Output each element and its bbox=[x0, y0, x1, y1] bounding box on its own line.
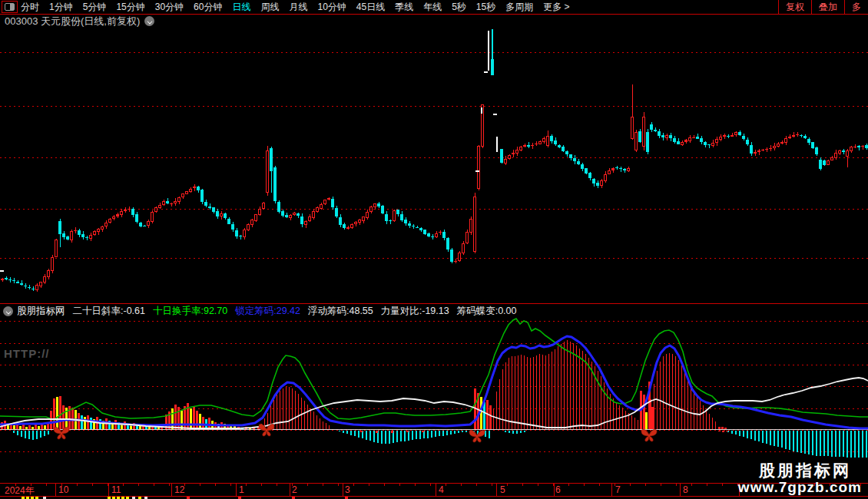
app-window: 分时1分钟5分钟15分钟30分钟60分钟日线周线月线10分钟45日线季线年线5秒… bbox=[0, 0, 868, 499]
x-axis-label: 4 bbox=[439, 484, 444, 495]
indicator-histogram bbox=[0, 340, 868, 458]
indicator-field: 浮动筹码:48.55 bbox=[308, 306, 373, 316]
main-candles bbox=[1, 84, 867, 292]
indicator-field: 锁定筹码:29.42 bbox=[235, 306, 300, 316]
x-axis-label: 10 bbox=[58, 484, 68, 495]
spike-marks bbox=[0, 29, 497, 272]
chart-canvas[interactable] bbox=[0, 0, 868, 499]
x-axis-label: 3 bbox=[345, 484, 350, 495]
x-axis-label: 12 bbox=[174, 484, 184, 495]
chevron-down-icon[interactable] bbox=[3, 306, 13, 316]
indicator-field: 力量对比:-19.13 bbox=[381, 306, 449, 316]
site-name-watermark: 股朋指标网 bbox=[759, 460, 851, 481]
x-axis-label: 2024年 bbox=[5, 484, 35, 497]
x-axis-label: 7 bbox=[615, 484, 621, 495]
http-watermark: HTTP:// bbox=[4, 347, 50, 360]
x-axis-label: 8 bbox=[683, 484, 688, 495]
x-axis-label: 2 bbox=[292, 484, 297, 495]
indicator-values: 二十日斜率:-0.61十日换手率:92.70锁定筹码:29.42浮动筹码:48.… bbox=[73, 305, 525, 318]
gridlines bbox=[0, 53, 868, 452]
butterfly-icon bbox=[54, 427, 69, 439]
indicator-field: 二十日斜率:-0.61 bbox=[73, 306, 145, 316]
x-axis-label: 1 bbox=[239, 484, 244, 495]
x-axis-label: 6 bbox=[555, 484, 561, 495]
site-url-watermark: www.7gpzb.com bbox=[738, 479, 862, 496]
butterfly-icon bbox=[641, 429, 657, 441]
x-axis-label: 11 bbox=[111, 484, 121, 495]
x-axis-label: 5 bbox=[500, 484, 505, 495]
indicator-header: 股朋指标网 二十日斜率:-0.61十日换手率:92.70锁定筹码:29.42浮动… bbox=[3, 306, 525, 317]
bottom-strip bbox=[22, 497, 348, 499]
indicator-field: 筹码蝶变:0.00 bbox=[457, 306, 517, 316]
indicator-field: 十日换手率:92.70 bbox=[153, 306, 227, 316]
indicator-source: 股朋指标网 bbox=[17, 305, 65, 318]
indicator-lines bbox=[0, 319, 868, 428]
